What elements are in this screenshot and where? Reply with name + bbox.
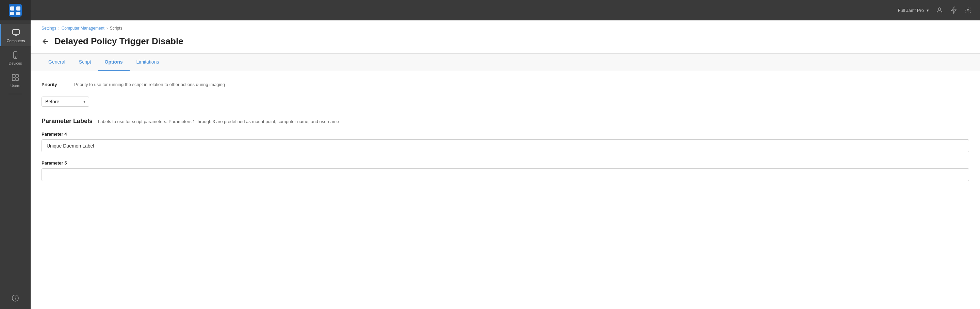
svg-rect-5 xyxy=(13,30,19,34)
param4-block: Parameter 4 xyxy=(41,132,969,152)
info-icon xyxy=(11,295,19,302)
svg-rect-10 xyxy=(12,78,15,81)
page-container: Settings : Computer Management › Scripts… xyxy=(30,21,980,309)
priority-value: Before xyxy=(45,99,83,105)
device-icon xyxy=(11,51,19,59)
tab-general[interactable]: General xyxy=(41,54,72,71)
priority-select[interactable]: Before ▾ xyxy=(41,97,89,107)
sidebar-divider xyxy=(8,94,22,94)
svg-rect-8 xyxy=(12,74,15,77)
tab-options[interactable]: Options xyxy=(98,54,130,71)
param5-input[interactable] xyxy=(41,168,969,181)
info-icon-button[interactable] xyxy=(10,293,21,304)
sidebar-item-label: Users xyxy=(11,84,21,88)
sidebar-item-devices[interactable]: Devices xyxy=(0,46,30,69)
param5-block: Parameter 5 xyxy=(41,160,969,181)
svg-rect-1 xyxy=(10,6,14,11)
breadcrumb: Settings : Computer Management › Scripts xyxy=(30,21,980,33)
breadcrumb-sep1: : xyxy=(58,26,59,30)
parameter-labels-title: Parameter Labels xyxy=(41,117,92,125)
svg-rect-2 xyxy=(16,6,21,11)
svg-rect-4 xyxy=(16,12,21,15)
main-wrapper: Full Jamf Pro ▾ xyxy=(30,21,980,309)
svg-rect-11 xyxy=(16,78,18,81)
breadcrumb-scripts: Scripts xyxy=(110,26,123,30)
tab-limitations[interactable]: Limitations xyxy=(130,54,166,71)
sidebar-logo xyxy=(0,0,30,21)
content-area: Settings : Computer Management › Scripts… xyxy=(30,21,980,309)
breadcrumb-computer-management[interactable]: Computer Management xyxy=(62,26,105,30)
param5-label: Parameter 5 xyxy=(41,160,969,166)
page-header: Delayed Policy Trigger Disable xyxy=(30,33,980,54)
back-arrow-icon xyxy=(41,38,49,45)
parameter-labels-description: Labels to use for script parameters. Par… xyxy=(98,119,339,124)
computer-icon xyxy=(12,29,20,37)
svg-rect-3 xyxy=(10,12,14,15)
svg-rect-9 xyxy=(16,74,18,77)
sidebar-bottom xyxy=(10,293,21,304)
svg-point-7 xyxy=(15,57,16,57)
priority-label: Priority xyxy=(41,82,69,87)
back-button[interactable] xyxy=(41,38,49,45)
sidebar-item-computers[interactable]: Computers xyxy=(0,24,30,46)
param4-input[interactable] xyxy=(41,139,969,152)
jamf-logo-icon xyxy=(9,4,22,17)
sidebar-item-label: Devices xyxy=(8,61,22,65)
tab-script[interactable]: Script xyxy=(72,54,98,71)
param4-label: Parameter 4 xyxy=(41,132,969,137)
users-icon xyxy=(11,73,19,82)
form-content: Priority Priority to use for running the… xyxy=(30,71,980,200)
tabs-container: General Script Options Limitations xyxy=(30,54,980,71)
sidebar-nav: Computers Devices Users xyxy=(0,24,30,91)
priority-row: Priority Priority to use for running the… xyxy=(41,82,969,87)
sidebar-item-users[interactable]: Users xyxy=(0,69,30,91)
parameter-labels-section: Parameter Labels Labels to use for scrip… xyxy=(41,117,969,125)
priority-description: Priority to use for running the script i… xyxy=(74,82,225,87)
breadcrumb-settings[interactable]: Settings xyxy=(41,26,56,30)
page-title: Delayed Policy Trigger Disable xyxy=(54,36,183,47)
sidebar: Computers Devices Users xyxy=(0,0,30,309)
sidebar-item-label: Computers xyxy=(7,39,25,43)
breadcrumb-sep2: › xyxy=(107,26,108,30)
priority-arrow: ▾ xyxy=(83,99,86,104)
